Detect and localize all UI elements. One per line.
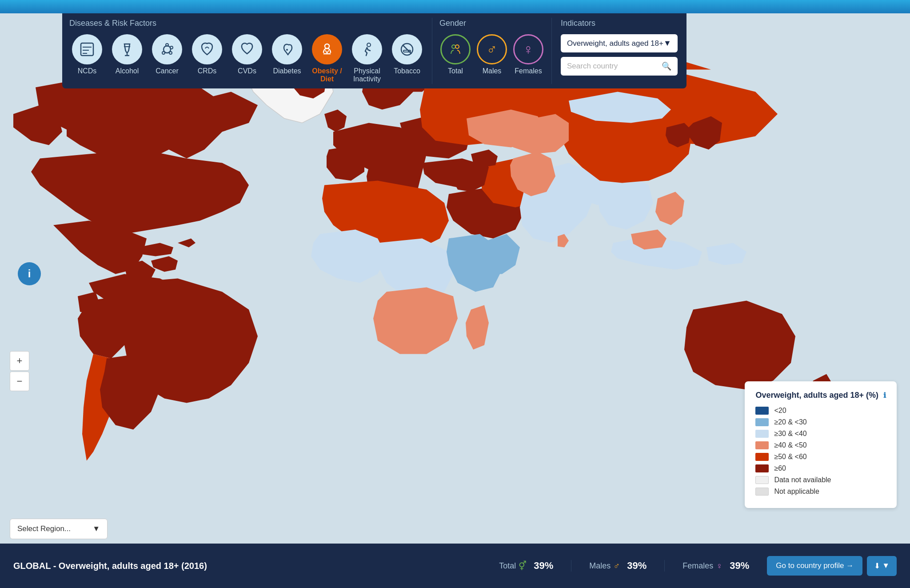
alcohol-label: Alcohol (116, 67, 139, 75)
nav-item-alcohol[interactable]: Alcohol (109, 34, 145, 75)
svg-point-19 (452, 45, 455, 48)
nav-item-cvds[interactable]: CVDs (229, 34, 265, 75)
download-button[interactable]: ⬇ ▼ (867, 556, 897, 576)
legend-label-50-60: ≥50 & <60 (774, 453, 806, 461)
nav-item-obesity[interactable]: Obesity / Diet (309, 34, 345, 83)
bottom-info: GLOBAL - Overweight, adults aged 18+ (20… (0, 561, 481, 571)
download-arrow-icon: ▼ (882, 561, 890, 570)
nav-item-tobacco[interactable]: Tobacco (389, 34, 425, 75)
nav-item-cancer[interactable]: Cancer (149, 34, 185, 75)
diseases-label: Diseases & Risk Factors (69, 19, 425, 30)
gender-items: Total ♂ Males ♀ Females (439, 34, 544, 75)
males-label: Males (483, 67, 502, 75)
gender-males[interactable]: ♂ Males (476, 34, 508, 75)
diabetes-icon (272, 34, 302, 64)
global-title: GLOBAL - Overweight, adults aged 18+ (20… (13, 561, 207, 571)
females-stat-value: 39% (730, 560, 749, 572)
legend-label-20-30: ≥20 & <30 (774, 418, 806, 426)
nav-item-diabetes[interactable]: Diabetes (269, 34, 305, 75)
males-stat-icon: ♂ (613, 561, 620, 571)
zoom-out-button[interactable]: − (10, 372, 29, 391)
legend-item-40-50: ≥40 & <50 (755, 441, 886, 449)
crds-icon (192, 34, 222, 64)
legend-info-icon[interactable]: ℹ (883, 392, 886, 399)
tobacco-icon (392, 34, 422, 64)
country-profile-button[interactable]: Go to country profile → (767, 556, 862, 576)
crds-label: CRDs (198, 67, 217, 75)
nav-item-physical[interactable]: Physical Inactivity (349, 34, 385, 83)
diabetes-label: Diabetes (273, 67, 301, 75)
search-country-input[interactable]: Search country 🔍 (561, 57, 678, 76)
females-stat-label: Females ♀ (682, 561, 722, 571)
region-dropdown-arrow-icon: ▼ (92, 524, 100, 533)
region-dropdown[interactable]: Select Region... ▼ (10, 519, 108, 539)
legend-label-lt20: <20 (774, 407, 786, 415)
ncds-label: NCDs (78, 67, 97, 75)
legend-item-no-data: Data not available (755, 476, 886, 484)
svg-point-15 (367, 43, 371, 47)
total-label: Total (448, 67, 463, 75)
total-stat-icon: ⚥ (519, 560, 527, 571)
cvds-icon (232, 34, 262, 64)
indicators-label: Indicators (561, 19, 678, 30)
physical-icon (352, 34, 382, 64)
total-stat-label: Total ⚥ (499, 560, 527, 571)
indicators-section: Indicators Overweight, adults aged 18+ ▼… (552, 13, 686, 88)
females-label: Females (515, 67, 542, 75)
indicator-dropdown[interactable]: Overweight, adults aged 18+ ▼ (561, 34, 678, 52)
stat-total: Total ⚥ 39% (481, 560, 571, 572)
svg-point-11 (162, 52, 165, 54)
search-icon: 🔍 (662, 61, 671, 71)
female-gender-icon: ♀ (513, 34, 543, 64)
legend-label-40-50: ≥40 & <50 (774, 441, 806, 449)
legend-color-60plus (755, 464, 769, 472)
male-gender-icon: ♂ (477, 34, 507, 64)
disease-items: NCDs Alcohol (69, 34, 425, 83)
gender-total[interactable]: Total (439, 34, 471, 75)
gender-label: Gender (439, 19, 544, 30)
select-region: Select Region... ▼ (10, 519, 108, 539)
zoom-controls: + − (10, 351, 29, 391)
region-value: Select Region... (17, 524, 71, 533)
gender-females[interactable]: ♀ Females (512, 34, 544, 75)
legend: Overweight, adults aged 18+ (%) ℹ <20 ≥2… (745, 381, 897, 508)
svg-point-12 (286, 49, 288, 51)
legend-label-30-40: ≥30 & <40 (774, 430, 806, 438)
info-button[interactable]: i (18, 262, 41, 285)
legend-item-20-30: ≥20 & <30 (755, 418, 886, 426)
stat-males: Males ♂ 39% (571, 560, 665, 572)
legend-label-na: Not applicable (774, 488, 819, 496)
bottom-stats: Total ⚥ 39% Males ♂ 39% Females ♀ 39% (481, 560, 767, 572)
gender-section: Gender Total ♂ Males (432, 13, 551, 88)
search-placeholder: Search country (567, 62, 618, 71)
legend-color-20-30 (755, 418, 769, 426)
obesity-label: Obesity / Diet (309, 67, 345, 83)
legend-color-no-data (755, 476, 769, 484)
males-stat-value: 39% (627, 560, 647, 572)
svg-point-20 (455, 45, 459, 48)
diseases-section: Diseases & Risk Factors NCDs (62, 13, 432, 88)
males-stat-label: Males ♂ (589, 561, 620, 571)
alcohol-icon (112, 34, 142, 64)
legend-color-na (755, 488, 769, 496)
indicator-value: Overweight, adults aged 18+ (567, 39, 663, 48)
physical-label: Physical Inactivity (349, 67, 385, 83)
legend-color-30-40 (755, 430, 769, 438)
download-icon: ⬇ (874, 561, 880, 571)
obesity-icon (312, 34, 342, 64)
legend-item-30-40: ≥30 & <40 (755, 430, 886, 438)
bottom-bar: GLOBAL - Overweight, adults aged 18+ (20… (0, 544, 910, 588)
ncds-icon (72, 34, 102, 64)
svg-point-10 (169, 52, 172, 54)
zoom-in-button[interactable]: + (10, 351, 29, 371)
total-gender-icon (440, 34, 471, 64)
legend-item-50-60: ≥50 & <60 (755, 453, 886, 461)
dropdown-arrow-icon: ▼ (663, 39, 671, 48)
legend-label-60plus: ≥60 (774, 464, 786, 472)
total-stat-value: 39% (534, 560, 553, 572)
svg-point-13 (325, 44, 329, 48)
legend-item-60plus: ≥60 (755, 464, 886, 472)
legend-title: Overweight, adults aged 18+ (%) ℹ (755, 390, 886, 400)
nav-item-crds[interactable]: CRDs (189, 34, 225, 75)
nav-item-ncds[interactable]: NCDs (69, 34, 105, 75)
